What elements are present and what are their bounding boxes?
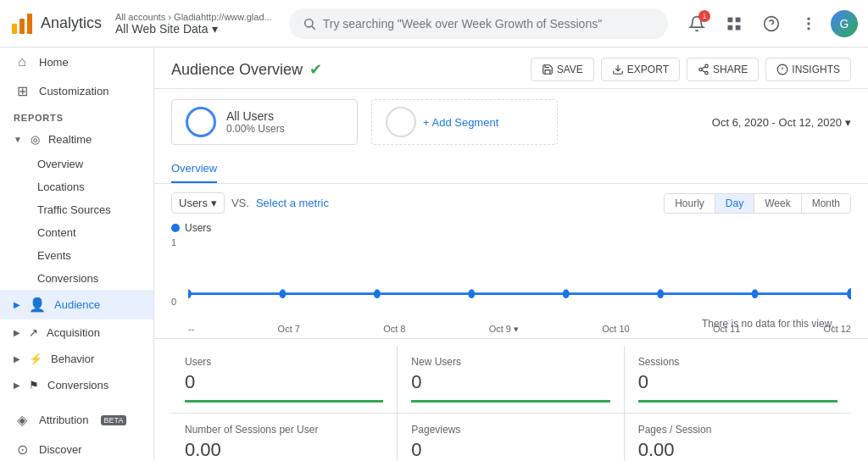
svg-rect-8	[736, 25, 741, 30]
hourly-button[interactable]: Hourly	[665, 194, 715, 213]
sidebar-acquisition-label: Acquisition	[47, 326, 100, 339]
segment-info: All Users 0.00% Users	[226, 109, 285, 135]
dashboard-icon: ⊞	[14, 83, 31, 99]
metric-dropdown[interactable]: Users ▾	[171, 192, 225, 214]
svg-point-24	[188, 289, 192, 298]
search-icon	[303, 17, 316, 31]
metric-value-pageviews: 0	[411, 439, 609, 461]
metric-cell-new-users: New Users 0	[398, 346, 624, 414]
sidebar-group-behavior[interactable]: ▶ ⚡ Behavior	[0, 346, 153, 372]
add-segment-button[interactable]: + Add Segment	[371, 99, 558, 145]
sidebar-group-conversions[interactable]: ▶ ⚑ Conversions	[0, 372, 153, 398]
expand-icon: ▼	[14, 135, 22, 144]
top-bar: Analytics All accounts › Gladiahttp://ww…	[0, 0, 868, 47]
logo-area: Analytics	[10, 12, 102, 36]
reports-section-label: REPORTS	[0, 106, 153, 126]
sidebar-sub-traffic-sources[interactable]: Traffic Sources	[0, 198, 153, 221]
export-icon	[612, 64, 624, 75]
all-users-segment[interactable]: All Users 0.00% Users	[171, 99, 358, 145]
svg-rect-0	[12, 24, 17, 34]
insights-button[interactable]: INSIGHTS	[765, 58, 851, 81]
sidebar-behavior-label: Behavior	[51, 353, 94, 365]
help-icon	[763, 15, 780, 32]
header-actions: SAVE EXPORT SHARE INSIGHTS	[531, 58, 851, 81]
export-button[interactable]: EXPORT	[601, 58, 680, 81]
day-button[interactable]: Day	[715, 194, 754, 213]
metric-name-new-users: New Users	[411, 356, 609, 368]
breadcrumb-area: All accounts › Gladiahttp://www.glad... …	[115, 12, 272, 36]
metric-value-pages-per-session: 0.00	[638, 439, 837, 461]
month-button[interactable]: Month	[802, 194, 850, 213]
svg-rect-6	[736, 17, 741, 22]
help-button[interactable]	[756, 8, 787, 39]
share-button[interactable]: SHARE	[687, 58, 759, 81]
save-label: SAVE	[557, 64, 583, 75]
search-bar[interactable]	[289, 8, 668, 39]
more-button[interactable]	[793, 8, 824, 39]
date-chevron-icon: ▾	[845, 116, 851, 129]
tab-overview[interactable]: Overview	[171, 155, 217, 183]
svg-point-30	[752, 289, 759, 298]
page-title: Audience Overview	[171, 61, 303, 79]
legend-dot	[171, 224, 180, 232]
svg-point-25	[280, 289, 287, 298]
sidebar: ⌂ Home ⊞ Customization REPORTS ▼ ◎ Realt…	[0, 47, 154, 461]
svg-point-15	[705, 64, 709, 68]
sidebar-sub-overview[interactable]: Overview	[0, 153, 153, 175]
svg-rect-2	[27, 14, 32, 34]
svg-rect-7	[728, 25, 733, 30]
notifications-button[interactable]: 1	[682, 8, 712, 39]
audience-icon: 👤	[29, 297, 46, 313]
y-label-1: 1	[171, 237, 176, 247]
svg-point-13	[807, 27, 810, 30]
date-range-picker[interactable]: Oct 6, 2020 - Oct 12, 2020 ▾	[712, 116, 851, 129]
chart-area: Users 1 0	[154, 222, 868, 338]
sidebar-sub-locations[interactable]: Locations	[0, 175, 153, 198]
metric-bar-sessions	[638, 400, 837, 403]
sidebar-discover-label: Discover	[39, 443, 82, 456]
page-header: Audience Overview ✔ SAVE EXPORT SHARE	[154, 47, 868, 89]
sidebar-item-customization[interactable]: ⊞ Customization	[0, 76, 153, 106]
property-selector[interactable]: All Web Site Data ▾	[115, 22, 272, 36]
chart-wrapper: 1 0	[171, 237, 851, 322]
sidebar-sub-content[interactable]: Content	[0, 221, 153, 244]
metric-cell-pageviews: Pageviews 0	[398, 414, 624, 461]
content-area: Audience Overview ✔ SAVE EXPORT SHARE	[154, 47, 868, 461]
metric-value-sessions-per-user: 0.00	[185, 439, 383, 461]
save-button[interactable]: SAVE	[531, 58, 594, 81]
time-buttons: Hourly Day Week Month	[664, 193, 851, 214]
sidebar-sub-events[interactable]: Events	[0, 244, 153, 267]
conversions-icon: ⚑	[29, 379, 39, 392]
select-metric-link[interactable]: Select a metric	[256, 197, 329, 209]
metric-value-new-users: 0	[411, 371, 609, 393]
sidebar-audience-label: Audience	[54, 298, 100, 311]
svg-point-17	[705, 71, 709, 75]
sidebar-item-attribution[interactable]: ◈ Attribution BETA	[0, 405, 153, 435]
sidebar-item-discover[interactable]: ⊙ Discover	[0, 435, 153, 461]
sidebar-sub-conversions-rt[interactable]: Conversions	[0, 267, 153, 290]
sidebar-item-audience[interactable]: ▶ 👤 Audience	[0, 290, 153, 319]
sidebar-item-home[interactable]: ⌂ Home	[0, 47, 153, 76]
avatar[interactable]: G	[831, 10, 858, 37]
segment-pct: 0.00% Users	[226, 123, 285, 135]
svg-line-4	[312, 26, 315, 30]
sidebar-group-acquisition[interactable]: ▶ ↗ Acquisition	[0, 319, 153, 346]
search-input[interactable]	[323, 17, 654, 31]
realtime-icon: ◎	[31, 133, 40, 146]
week-button[interactable]: Week	[754, 194, 801, 213]
attribution-icon: ◈	[14, 412, 31, 428]
apps-button[interactable]	[719, 8, 749, 39]
metric-name-sessions: Sessions	[638, 356, 837, 368]
metric-name-sessions-per-user: Number of Sessions per User	[185, 424, 383, 436]
share-icon	[698, 64, 709, 75]
svg-rect-1	[19, 19, 25, 34]
top-icons: 1 G	[682, 8, 858, 39]
metric-name-pageviews: Pageviews	[411, 424, 609, 436]
verified-icon: ✔	[309, 60, 322, 79]
metric-name-users: Users	[185, 356, 383, 368]
svg-rect-5	[728, 17, 733, 22]
sidebar-group-realtime[interactable]: ▼ ◎ Realtime	[0, 126, 153, 153]
svg-point-26	[374, 289, 381, 298]
breadcrumb-text: All accounts › Gladiahttp://www.glad...	[115, 12, 272, 22]
metric-cell-users: Users 0	[171, 346, 398, 414]
